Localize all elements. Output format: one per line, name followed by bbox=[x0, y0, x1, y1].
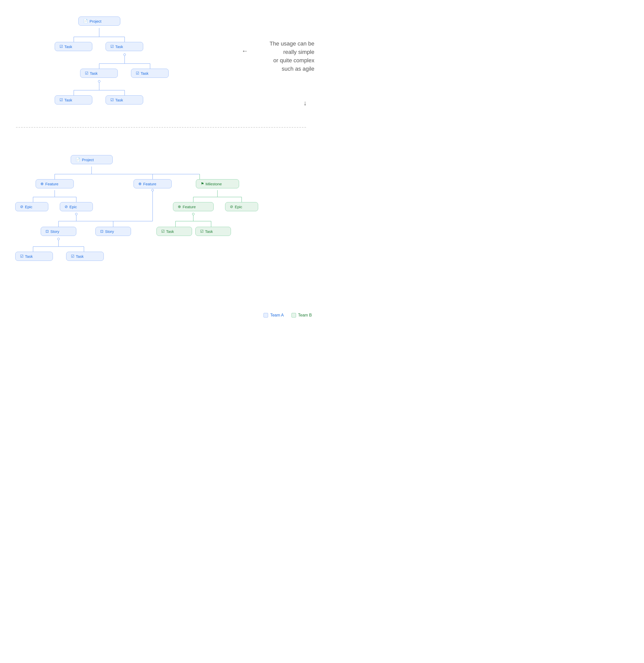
check-icon: ☑ bbox=[110, 44, 114, 49]
diagram2-epic3: ⊘ Epic bbox=[225, 202, 258, 211]
svg-point-29 bbox=[152, 189, 154, 191]
diagram2-feature2: ⊕ Feature bbox=[134, 179, 172, 188]
diagram2-project: 📄 Project bbox=[71, 155, 113, 164]
svg-point-23 bbox=[75, 213, 77, 215]
diagram2-epic2: ⊘ Epic bbox=[60, 202, 93, 211]
check-icon: ☑ bbox=[60, 98, 63, 102]
diagram2-task3: ☑ Task bbox=[156, 227, 192, 236]
svg-point-4 bbox=[124, 54, 126, 56]
flag-icon: ⚑ bbox=[201, 182, 204, 186]
doc-icon2: 📄 bbox=[75, 157, 80, 162]
check-icon-g1: ☑ bbox=[161, 229, 164, 234]
legend: Team A Team B bbox=[264, 313, 312, 318]
diagram2-story1: ⊡ Story bbox=[41, 227, 76, 236]
annotation-text: The usage can be really simple or quite … bbox=[270, 39, 314, 73]
arrow-down-icon: ↓ bbox=[304, 99, 307, 107]
plus-icon: ⊕ bbox=[41, 182, 44, 186]
check-icon: ☑ bbox=[110, 98, 114, 102]
svg-point-41 bbox=[192, 213, 194, 215]
check-icon: ☑ bbox=[136, 71, 139, 75]
check-icon-g2: ☑ bbox=[200, 229, 203, 234]
diagram1-project: 📄 Project bbox=[78, 17, 120, 26]
diagram2-feature1: ⊕ Feature bbox=[36, 179, 74, 188]
check-icon-b4: ☑ bbox=[71, 254, 74, 258]
legend-box-green bbox=[291, 313, 296, 318]
check-icon: ☑ bbox=[85, 71, 88, 75]
plus-icon2: ⊕ bbox=[138, 182, 142, 186]
diagram1-task2: ☑ Task bbox=[106, 42, 143, 51]
legend-item-team-a: Team A bbox=[264, 313, 284, 318]
diagram1-task3: ☑ Task bbox=[80, 69, 118, 78]
doc-icon: 📄 bbox=[83, 19, 88, 23]
legend-box-blue bbox=[264, 313, 268, 318]
diagram1-task4: ☑ Task bbox=[131, 69, 169, 78]
shield-icon3: ⊘ bbox=[230, 204, 233, 209]
legend-item-team-b: Team B bbox=[291, 313, 312, 318]
legend-label-team-a: Team A bbox=[270, 313, 284, 318]
story-icon: ⊡ bbox=[46, 229, 49, 234]
shield-icon2: ⊘ bbox=[65, 204, 68, 209]
check-icon: ☑ bbox=[60, 44, 63, 49]
svg-point-9 bbox=[98, 80, 100, 82]
diagram1-task1: ☑ Task bbox=[55, 42, 92, 51]
diagram2-task5: ☑ Task bbox=[15, 252, 53, 261]
diagram1-task5: ☑ Task bbox=[55, 95, 92, 105]
shield-icon: ⊘ bbox=[20, 204, 23, 209]
diagram2-task6: ☑ Task bbox=[66, 252, 104, 261]
diagram2-story2: ⊡ Story bbox=[95, 227, 131, 236]
diagram1-task6: ☑ Task bbox=[106, 95, 143, 105]
plus-icon3: ⊕ bbox=[178, 204, 181, 209]
diagram2-task4: ☑ Task bbox=[195, 227, 231, 236]
legend-label-team-b: Team B bbox=[298, 313, 312, 318]
section-divider bbox=[16, 127, 306, 128]
diagram2-milestone: ⚑ Milestone bbox=[196, 179, 239, 188]
svg-point-32 bbox=[58, 238, 60, 240]
diagram2-feature3: ⊕ Feature bbox=[173, 202, 214, 211]
story-icon2: ⊡ bbox=[100, 229, 104, 234]
diagram2-epic1: ⊘ Epic bbox=[15, 202, 48, 211]
arrow-right-icon: ← bbox=[242, 47, 248, 55]
check-icon-b3: ☑ bbox=[20, 254, 23, 258]
